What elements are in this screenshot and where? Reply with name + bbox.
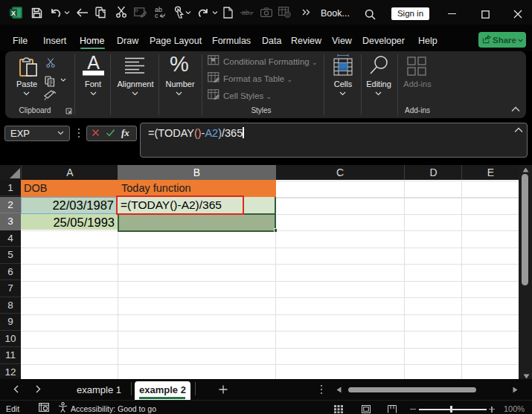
svg-text:X: X [11,10,16,17]
svg-text:A: A [87,55,100,73]
svg-text:c: c [155,12,158,19]
